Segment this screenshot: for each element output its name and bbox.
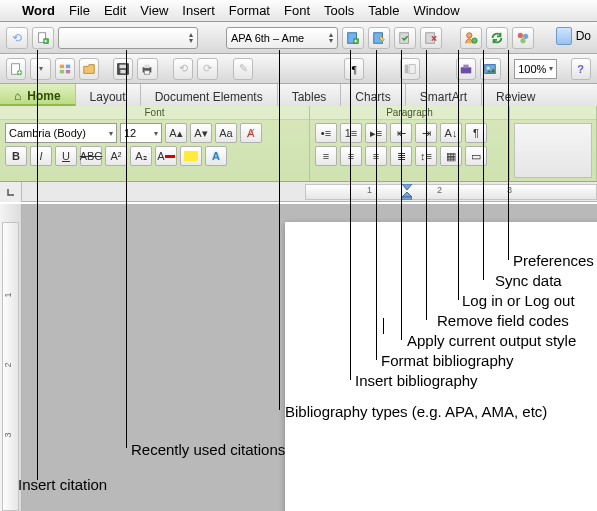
format-bibliography-button[interactable] bbox=[368, 27, 390, 49]
tab-selector[interactable] bbox=[0, 182, 22, 202]
highlight-icon bbox=[184, 151, 198, 161]
hanging-indent-marker[interactable] bbox=[402, 192, 412, 200]
sidebar-toggle-button[interactable] bbox=[400, 58, 420, 80]
vruler-num-1: 1 bbox=[3, 292, 13, 297]
strikethrough-button[interactable]: ABC bbox=[80, 146, 102, 166]
bibliography-insert-icon bbox=[346, 31, 360, 45]
sync-data-button[interactable] bbox=[486, 27, 508, 49]
horizontal-ruler[interactable]: 1 2 3 bbox=[22, 182, 597, 201]
anno-label-insert-bib: Insert bibliography bbox=[355, 372, 478, 389]
menu-edit[interactable]: Edit bbox=[104, 3, 126, 18]
svg-rect-24 bbox=[405, 64, 409, 73]
zoom-value: 100% bbox=[518, 63, 546, 75]
document-title: Do bbox=[576, 29, 591, 43]
svg-rect-20 bbox=[121, 69, 126, 73]
zoom-field[interactable]: 100%▾ bbox=[514, 59, 557, 79]
anno-line-login bbox=[458, 50, 459, 300]
text-effects-button[interactable]: A bbox=[205, 146, 227, 166]
preferences-button[interactable] bbox=[512, 27, 534, 49]
print-button[interactable] bbox=[137, 58, 157, 80]
svg-point-11 bbox=[520, 38, 525, 43]
recent-citations-dropdown[interactable]: ▴▾ bbox=[58, 27, 198, 49]
tab-layout[interactable]: Layout bbox=[76, 84, 141, 106]
redo-button[interactable]: ⟳ bbox=[197, 58, 217, 80]
menu-file[interactable]: File bbox=[69, 3, 90, 18]
clear-formatting-button[interactable]: A̸ bbox=[240, 123, 262, 143]
document-icon bbox=[556, 27, 572, 45]
svg-point-10 bbox=[523, 33, 528, 38]
text-cursor bbox=[383, 318, 384, 334]
anno-label-prefs: Preferences bbox=[513, 252, 594, 269]
menu-format[interactable]: Format bbox=[229, 3, 270, 18]
new-doc-button[interactable] bbox=[6, 58, 26, 80]
sync-icon bbox=[490, 31, 504, 45]
svg-point-9 bbox=[518, 32, 523, 37]
open-button[interactable] bbox=[79, 58, 99, 80]
ribbon-group-font: Font Cambria (Body)▾ 12▾ A▴ A▾ Aa A̸ B I… bbox=[0, 106, 310, 181]
bold-button[interactable]: B bbox=[5, 146, 27, 166]
numbering-button[interactable]: 1≡ bbox=[340, 123, 362, 143]
tab-tables[interactable]: Tables bbox=[278, 84, 342, 106]
first-line-indent-marker[interactable] bbox=[402, 184, 412, 190]
svg-rect-22 bbox=[145, 64, 150, 68]
login-logout-button[interactable] bbox=[460, 27, 482, 49]
menu-view[interactable]: View bbox=[140, 3, 168, 18]
subscript-button[interactable]: A₂ bbox=[130, 146, 152, 166]
help-button[interactable]: ? bbox=[571, 58, 591, 80]
svg-rect-17 bbox=[66, 69, 70, 73]
svg-rect-25 bbox=[409, 64, 415, 73]
open-wizard-button[interactable]: ▾ bbox=[30, 58, 50, 80]
format-painter-button[interactable]: ✎ bbox=[233, 58, 253, 80]
ribbon-group-styles bbox=[510, 106, 597, 181]
align-left-button[interactable]: ≡ bbox=[315, 146, 337, 166]
tab-review[interactable]: Review bbox=[482, 84, 597, 106]
gear-multicolor-icon bbox=[516, 31, 530, 45]
anno-label-remove-codes: Remove field codes bbox=[437, 312, 569, 329]
shrink-font-button[interactable]: A▾ bbox=[190, 123, 212, 143]
vertical-ruler[interactable]: 1 2 3 bbox=[0, 204, 22, 511]
tab-smartart[interactable]: SmartArt bbox=[406, 84, 482, 106]
menu-window[interactable]: Window bbox=[413, 3, 459, 18]
underline-button[interactable]: U bbox=[55, 146, 77, 166]
font-color-button[interactable]: A bbox=[155, 146, 177, 166]
tab-charts-label: Charts bbox=[355, 90, 390, 104]
ruler-num-1: 1 bbox=[367, 185, 372, 195]
remove-codes-icon bbox=[424, 31, 438, 45]
tab-document-elements[interactable]: Document Elements bbox=[141, 84, 278, 106]
grow-font-button[interactable]: A▴ bbox=[165, 123, 187, 143]
anno-line-sync bbox=[483, 50, 484, 280]
svg-point-29 bbox=[487, 66, 490, 69]
tab-layout-label: Layout bbox=[90, 90, 126, 104]
remove-field-codes-button[interactable] bbox=[420, 27, 442, 49]
svg-rect-16 bbox=[60, 69, 64, 73]
menu-font[interactable]: Font bbox=[284, 3, 310, 18]
citation-back-button[interactable]: ⟲ bbox=[6, 27, 28, 49]
insert-citation-button[interactable] bbox=[32, 27, 54, 49]
show-formatting-button[interactable]: ¶ bbox=[344, 58, 364, 80]
font-name-field[interactable]: Cambria (Body)▾ bbox=[5, 123, 117, 143]
bibliography-style-dropdown[interactable]: APA 6th – Ame ▴▾ bbox=[226, 27, 338, 49]
undo-button[interactable]: ⟲ bbox=[173, 58, 193, 80]
menu-insert[interactable]: Insert bbox=[182, 3, 215, 18]
italic-button[interactable]: I bbox=[30, 146, 52, 166]
svg-rect-14 bbox=[60, 64, 64, 68]
tab-charts[interactable]: Charts bbox=[341, 84, 405, 106]
styles-gallery[interactable] bbox=[514, 123, 592, 178]
apply-output-style-button[interactable] bbox=[394, 27, 416, 49]
align-center-button[interactable]: ≡ bbox=[340, 146, 362, 166]
save-button[interactable] bbox=[113, 58, 133, 80]
change-case-button[interactable]: Aa bbox=[215, 123, 237, 143]
menu-table[interactable]: Table bbox=[368, 3, 399, 18]
menu-tools[interactable]: Tools bbox=[324, 3, 354, 18]
svg-rect-23 bbox=[145, 70, 150, 74]
bullets-button[interactable]: •≡ bbox=[315, 123, 337, 143]
anno-label-apply-style: Apply current output style bbox=[407, 332, 576, 349]
insert-bibliography-button[interactable] bbox=[342, 27, 364, 49]
ribbon-group-paragraph: Paragraph •≡ 1≡ ▸≡ ⇤ ⇥ A↓ ¶ ≡ ≡ ≡ ≣ ↕≡ ▦… bbox=[310, 106, 510, 181]
app-menu[interactable]: Word bbox=[22, 3, 55, 18]
highlight-button[interactable] bbox=[180, 146, 202, 166]
bibliography-style-value: APA 6th – Ame bbox=[231, 32, 304, 44]
superscript-button[interactable]: A² bbox=[105, 146, 127, 166]
paragraph-group-header: Paragraph bbox=[310, 106, 509, 120]
templates-button[interactable] bbox=[55, 58, 75, 80]
